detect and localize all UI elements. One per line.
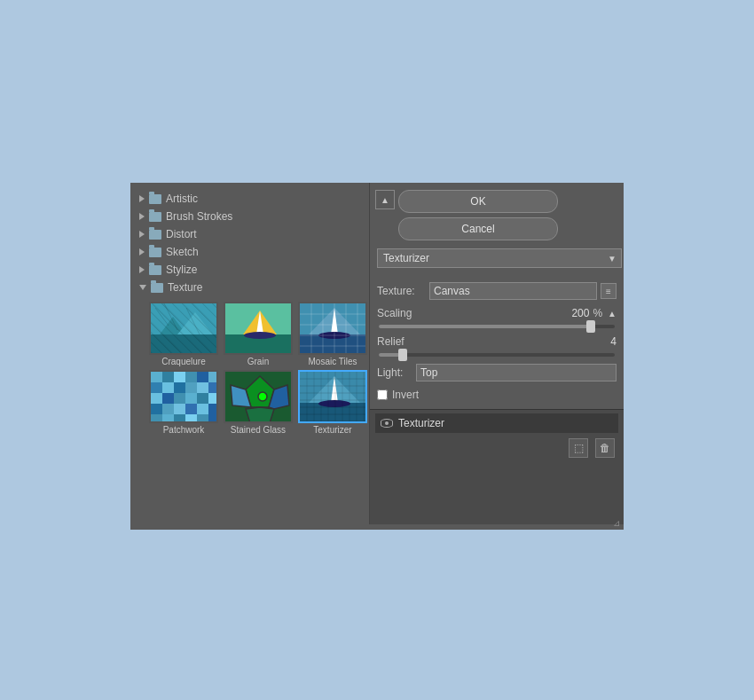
svg-rect-47 — [185, 404, 197, 414]
thumb-craquelure[interactable]: Craquelure — [148, 302, 219, 366]
thumb-mosaic[interactable]: Mosaic Tiles — [297, 302, 368, 366]
scaling-slider-track[interactable] — [379, 325, 615, 328]
patchwork-svg — [151, 372, 218, 423]
svg-rect-46 — [174, 404, 185, 414]
thumb-label-stained: Stained Glass — [231, 425, 286, 435]
folder-icon — [151, 283, 163, 293]
top-right: ▲ OK Cancel — [370, 183, 624, 240]
thumb-img-patchwork — [149, 370, 218, 423]
svg-rect-55 — [208, 414, 218, 423]
svg-rect-31 — [208, 372, 218, 382]
svg-rect-48 — [197, 404, 208, 414]
svg-rect-41 — [185, 393, 197, 404]
collapse-button[interactable]: ▲ — [375, 190, 395, 209]
svg-rect-26 — [151, 372, 162, 382]
texture-row: Texture: Canvas Brick Burlap Sandstone ≡ — [377, 282, 617, 300]
scaling-slider-thumb[interactable] — [586, 320, 595, 333]
svg-rect-28 — [174, 372, 185, 382]
layer-visibility-eye-icon[interactable] — [381, 419, 393, 428]
scaling-slider-row — [377, 325, 617, 328]
svg-point-11 — [244, 332, 276, 339]
thumb-stained[interactable]: Stained Glass — [223, 370, 294, 435]
delete-layer-button[interactable]: 🗑 — [595, 438, 615, 458]
category-label: Stylize — [166, 263, 197, 276]
scaling-value: 200 — [562, 307, 589, 319]
category-distort[interactable]: Distort — [130, 225, 369, 243]
texture-menu-button[interactable]: ≡ — [601, 283, 617, 299]
svg-rect-39 — [162, 393, 174, 404]
category-stylize[interactable]: Stylize — [130, 261, 369, 279]
title-bar[interactable] — [130, 170, 624, 183]
svg-rect-35 — [185, 382, 197, 393]
light-label: Light: — [377, 366, 412, 379]
svg-rect-44 — [151, 404, 162, 414]
light-dropdown[interactable]: Top Top Left Top Right Bottom Bottom Lef… — [416, 364, 617, 381]
thumb-patchwork[interactable]: Patchwork — [148, 370, 219, 435]
category-artistic[interactable]: Artistic — [130, 190, 369, 208]
texturizer-svg — [300, 372, 367, 423]
svg-line-5 — [164, 303, 177, 330]
svg-rect-50 — [151, 414, 162, 423]
filter-panel: Artistic Brush Strokes Distort Sketch — [130, 183, 370, 524]
cancel-button[interactable]: Cancel — [398, 217, 558, 240]
arrow-right-icon — [139, 231, 145, 238]
scaling-unit: % — [593, 307, 602, 319]
svg-rect-27 — [162, 372, 174, 382]
svg-rect-53 — [185, 414, 197, 423]
folder-icon — [149, 265, 161, 275]
svg-rect-29 — [185, 372, 197, 382]
craquelure-svg — [151, 303, 218, 355]
texture-label: Texture: — [377, 285, 426, 297]
svg-rect-1 — [151, 334, 218, 355]
svg-marker-2 — [160, 317, 186, 334]
svg-rect-40 — [174, 393, 185, 404]
thumb-img-grain — [224, 302, 293, 355]
svg-marker-3 — [177, 312, 213, 334]
thumb-img-texturizer — [298, 370, 367, 423]
relief-row: Relief 4 — [377, 335, 617, 348]
svg-rect-45 — [162, 404, 174, 414]
folder-icon — [149, 212, 161, 222]
svg-rect-32 — [151, 382, 162, 393]
texture-dropdown[interactable]: Canvas Brick Burlap Sandstone — [429, 282, 597, 300]
svg-rect-42 — [197, 393, 208, 404]
right-column: ▲ OK Cancel Texturizer ▼ — [370, 183, 624, 524]
thumb-img-mosaic — [298, 302, 367, 355]
relief-slider-track[interactable] — [379, 353, 615, 357]
layer-panel: Texturizer ⬚ 🗑 — [370, 409, 624, 524]
category-label: Sketch — [166, 246, 199, 258]
invert-row: Invert — [377, 389, 617, 401]
svg-point-60 — [258, 392, 267, 401]
relief-slider-thumb[interactable] — [398, 349, 407, 361]
thumb-texturizer[interactable]: Texturizer — [297, 370, 368, 435]
svg-line-4 — [155, 308, 169, 326]
svg-line-6 — [186, 308, 200, 334]
category-sketch[interactable]: Sketch — [130, 243, 369, 261]
svg-rect-38 — [151, 393, 162, 404]
dialog-body: Artistic Brush Strokes Distort Sketch — [130, 183, 624, 524]
relief-label: Relief — [377, 335, 426, 348]
svg-rect-33 — [162, 382, 174, 393]
thumb-label-patchwork: Patchwork — [163, 425, 205, 435]
relief-value: 4 — [590, 335, 617, 348]
scaling-up-icon: ▲ — [608, 309, 617, 319]
ok-button[interactable]: OK — [398, 190, 558, 213]
category-brush-strokes[interactable]: Brush Strokes — [130, 208, 369, 225]
layer-footer: ⬚ 🗑 — [375, 433, 618, 460]
category-texture[interactable]: Texture — [130, 279, 369, 296]
new-layer-button[interactable]: ⬚ — [569, 438, 588, 458]
invert-checkbox[interactable] — [377, 389, 388, 400]
category-label: Distort — [166, 228, 197, 240]
filter-type-dropdown[interactable]: Texturizer — [377, 248, 622, 268]
thumb-grain[interactable]: Grain — [223, 302, 294, 366]
svg-rect-43 — [208, 393, 218, 404]
arrow-right-icon — [139, 248, 145, 256]
ok-cancel-column: OK Cancel — [398, 190, 618, 240]
dialog-footer: ⊿ — [130, 524, 624, 530]
category-label: Brush Strokes — [166, 210, 232, 223]
svg-point-66 — [318, 400, 350, 407]
svg-rect-37 — [208, 382, 218, 393]
scaling-slider-fill — [379, 325, 591, 328]
scaling-label: Scaling — [377, 307, 426, 319]
resize-handle-icon[interactable]: ⊿ — [613, 518, 620, 528]
